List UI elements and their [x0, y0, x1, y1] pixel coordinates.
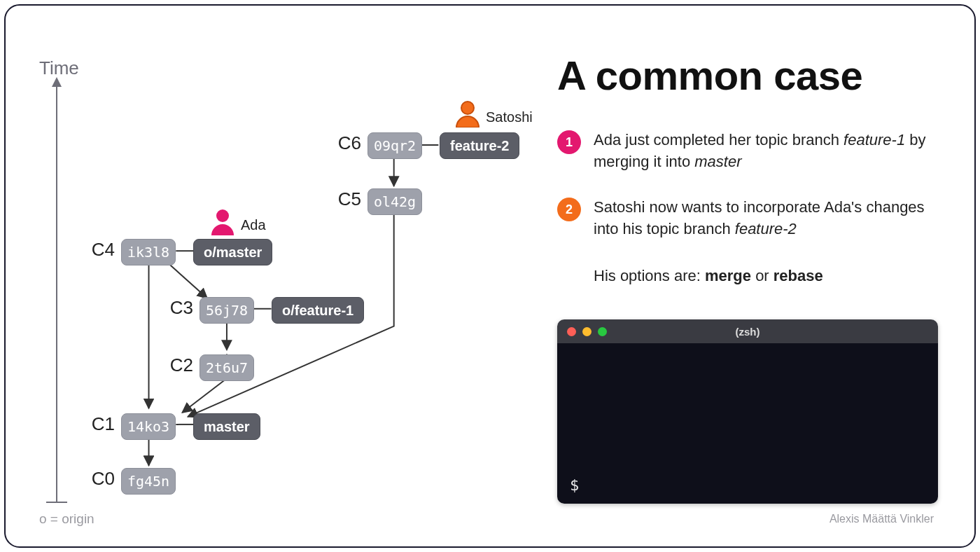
step-badge-2: 2: [557, 198, 581, 221]
svg-line-7: [167, 262, 207, 298]
step-1-text: Ada just completed her topic branch feat…: [594, 129, 949, 172]
commit-c6: 09qr2: [368, 132, 422, 159]
step-badge-1: 1: [557, 130, 581, 154]
step-1: 1 Ada just completed her topic branch fe…: [557, 129, 949, 172]
commit-label-c2: C2: [162, 354, 193, 376]
commit-label-c3: C3: [162, 297, 193, 319]
terminal-titlebar: (zsh): [557, 319, 938, 343]
commit-c3: 56j78: [200, 297, 254, 324]
step-3-text: His options are: merge or rebase: [594, 265, 823, 287]
branch-master: master: [193, 413, 260, 440]
step-2: 2 Satoshi now wants to incorporate Ada's…: [557, 196, 949, 240]
commit-label-c6: C6: [330, 132, 361, 154]
step-2-text: Satoshi now wants to incorporate Ada's c…: [594, 196, 949, 240]
commit-c2: 2t6u7: [200, 354, 254, 381]
slide-title: A common case: [557, 52, 862, 99]
branch-o-master: o/master: [193, 239, 272, 265]
commit-c4: ik3l8: [121, 239, 176, 265]
terminal-prompt: $: [570, 476, 579, 504]
time-axis-label: Time: [39, 57, 79, 79]
commit-label-c0: C0: [84, 468, 115, 490]
branch-o-feature-1: o/feature-1: [272, 297, 364, 324]
author-credit: Alexis Määttä Vinkler: [830, 513, 934, 525]
commit-c0: fg45n: [121, 468, 176, 495]
svg-point-11: [216, 209, 229, 222]
user-label-satoshi: Satoshi: [486, 109, 533, 125]
commit-label-c4: C4: [84, 239, 115, 261]
user-label-ada: Ada: [241, 217, 266, 233]
terminal-title: (zsh): [557, 326, 938, 338]
user-icon-satoshi: [454, 99, 482, 127]
svg-point-12: [461, 102, 474, 114]
branch-feature-2: feature-2: [440, 132, 519, 159]
commit-label-c5: C5: [330, 188, 361, 210]
axis-baseline: [46, 502, 67, 503]
axis-line: [56, 81, 57, 503]
commit-c1: 14ko3: [121, 413, 176, 440]
commit-c5: ol42g: [368, 188, 422, 215]
svg-line-9: [182, 378, 227, 413]
commit-label-c1: C1: [84, 413, 115, 435]
terminal-window: (zsh) $: [557, 319, 938, 504]
step-3: His options are: merge or rebase: [594, 265, 949, 287]
origin-legend: o = origin: [39, 511, 94, 527]
terminal-body[interactable]: $: [557, 343, 938, 504]
user-icon-ada: [209, 207, 237, 235]
